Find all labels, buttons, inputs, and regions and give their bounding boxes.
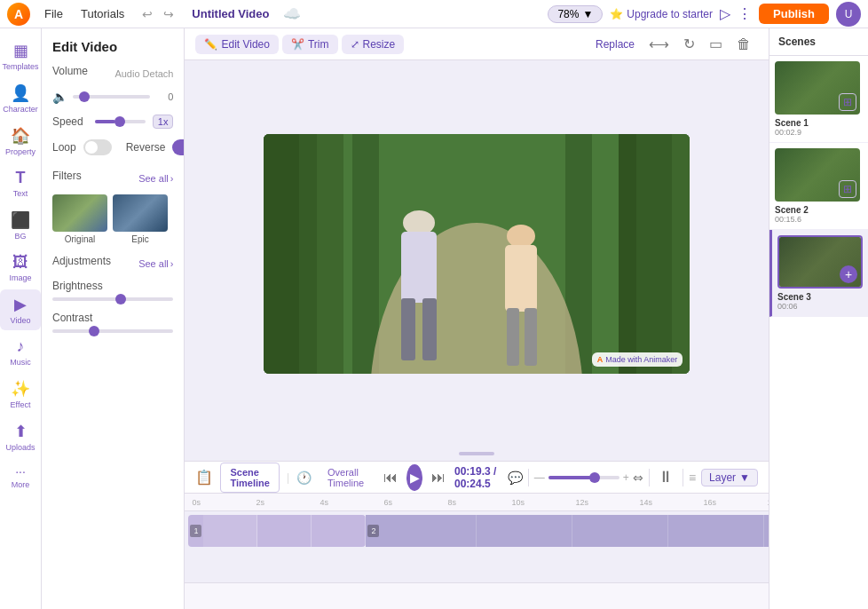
flip-icon[interactable]: ⟷ [642, 32, 676, 56]
crop-icon[interactable]: ▭ [702, 32, 730, 56]
sidebar-item-effect[interactable]: ✨ Effect [0, 374, 41, 415]
ruler-0s: 0s [192, 498, 201, 507]
volume-icon: 🔈 [52, 90, 67, 104]
skip-back-button[interactable]: ⏮ [380, 468, 401, 487]
topbar-action-icons: ▷ ⋮ [720, 5, 752, 22]
filters-see-all[interactable]: See all › [138, 173, 173, 184]
sidebar-item-music[interactable]: ♪ Music [0, 332, 41, 372]
contrast-thumb[interactable] [89, 326, 99, 336]
project-title[interactable]: Untitled Video [192, 7, 269, 20]
ruler-2s: 2s [256, 498, 264, 507]
rotate-icon[interactable]: ↻ [676, 32, 702, 56]
main-area: ▦ Templates 👤 Character 🏠 Property T Tex… [0, 28, 868, 609]
zoom-control[interactable]: 78% ▼ [548, 5, 603, 23]
contrast-slider[interactable] [52, 329, 173, 333]
sidebar-item-character[interactable]: 👤 Character [0, 78, 41, 119]
sidebar-item-text[interactable]: T Text [0, 163, 41, 203]
filter-original[interactable]: Original [52, 194, 107, 244]
delete-icon[interactable]: 🗑 [730, 33, 758, 56]
speed-slider[interactable] [95, 120, 146, 123]
edit-video-btn[interactable]: ✏️ Edit Video [195, 35, 279, 54]
plus-icon[interactable]: + [623, 471, 629, 484]
chevron-right-icon: › [170, 173, 174, 184]
sidebar-item-more[interactable]: ··· More [0, 459, 41, 494]
timeline-bottom [185, 582, 769, 609]
audio-detach-btn[interactable]: Audio Detach [114, 68, 173, 79]
overall-timeline-tab[interactable]: Overall Timeline [319, 463, 373, 492]
scene-1-duration: 00:02.9 [775, 128, 863, 137]
ruler-12s: 12s [575, 498, 588, 507]
filter-epic-label: Epic [131, 234, 148, 244]
video-preview: A Made with Animaker [264, 134, 690, 374]
svg-rect-9 [401, 232, 437, 303]
pause-dots-button[interactable]: ⏸ [654, 466, 677, 488]
volume-thumb[interactable] [79, 91, 90, 102]
reverse-toggle[interactable] [172, 139, 185, 155]
music-icon: ♪ [17, 337, 25, 356]
play-pause-button[interactable]: ▶ [406, 464, 422, 491]
timeline-content: 1 2 [185, 511, 769, 582]
upgrade-button[interactable]: ⭐ Upgrade to starter [610, 8, 713, 20]
scene-2-name: Scene 2 [775, 205, 863, 215]
user-avatar[interactable]: U [836, 2, 861, 27]
undo-button[interactable]: ↩ [138, 5, 156, 23]
filters-header: Filters See all › [52, 170, 173, 187]
speed-thumb[interactable] [114, 116, 125, 127]
adj-chevron-icon: › [170, 258, 174, 269]
expand-icon[interactable]: ⇔ [633, 471, 643, 485]
publish-button[interactable]: Publish [759, 4, 829, 24]
track-segment-1[interactable]: 1 [188, 515, 366, 547]
playback-speed-thumb[interactable] [589, 472, 600, 483]
filter-epic[interactable]: Epic [113, 194, 168, 244]
sidebar-item-image[interactable]: 🖼 Image [0, 248, 41, 288]
preview-scroll [185, 447, 769, 461]
scene-item-2[interactable]: ⊞ Scene 2 00:15.6 [769, 143, 868, 230]
bg-icon: ⬛ [11, 210, 30, 230]
scene-timeline-tab[interactable]: Scene Timeline [220, 463, 279, 493]
undo-redo-group: ↩ ↪ [138, 5, 178, 23]
playback-speed-slider[interactable] [548, 476, 619, 479]
image-label: Image [9, 273, 31, 282]
scene-item-3[interactable]: + Scene 3 00:06 [769, 230, 868, 317]
volume-slider[interactable] [73, 95, 150, 99]
replace-btn[interactable]: Replace [588, 38, 642, 51]
speed-value: 1x [153, 115, 174, 129]
scene-2-expand-btn[interactable]: ⊞ [839, 180, 856, 198]
sidebar-item-templates[interactable]: ▦ Templates [0, 36, 41, 76]
layer-chevron-icon: ▼ [739, 471, 750, 484]
brightness-thumb[interactable] [115, 294, 126, 304]
file-menu[interactable]: File [37, 5, 70, 22]
scene-1-expand-btn[interactable]: ⊞ [839, 93, 856, 111]
topbar-menu: File Tutorials [37, 5, 131, 22]
property-icon: 🏠 [11, 126, 30, 146]
loop-toggle[interactable] [83, 139, 112, 155]
contrast-control: Contrast [52, 312, 173, 333]
caption-icon[interactable]: 💬 [508, 471, 523, 485]
property-label: Property [5, 147, 36, 156]
adjustments-section: Adjustments See all › Brightness Contras… [52, 255, 173, 333]
tutorials-menu[interactable]: Tutorials [74, 5, 131, 22]
sidebar-item-property[interactable]: 🏠 Property [0, 121, 41, 162]
frame [764, 515, 769, 547]
adjustments-see-all[interactable]: See all › [138, 258, 173, 269]
skip-forward-button[interactable]: ⏭ [428, 468, 449, 487]
sidebar-icon-panel: ▦ Templates 👤 Character 🏠 Property T Tex… [0, 28, 42, 609]
scene-2-thumbnail: ⊞ [775, 148, 860, 202]
brightness-slider[interactable] [52, 297, 173, 301]
scene-3-add-btn[interactable]: + [840, 265, 857, 283]
scene-item-1[interactable]: ⊞ Scene 1 00:02.9 [769, 56, 868, 143]
reverse-label: Reverse [126, 141, 166, 154]
redo-button[interactable]: ↪ [160, 5, 178, 23]
svg-rect-10 [401, 298, 415, 360]
sidebar-item-bg[interactable]: ⬛ BG [0, 205, 41, 246]
layer-button[interactable]: Layer ▼ [701, 469, 758, 486]
track-segment-2[interactable]: 2 [366, 515, 769, 547]
sidebar-item-uploads[interactable]: ⬆ Uploads [0, 416, 41, 457]
sidebar-item-video[interactable]: ▶ Video [0, 289, 41, 330]
playback-time: 00:19.3 / 00:24.5 [454, 465, 502, 490]
bg-label: BG [14, 232, 26, 241]
trim-btn[interactable]: ✂️ Trim [282, 35, 338, 54]
resize-btn[interactable]: ⤢ Resize [342, 35, 405, 54]
share-icon[interactable]: ⋮ [738, 5, 752, 22]
play-preview-icon[interactable]: ▷ [720, 5, 730, 22]
